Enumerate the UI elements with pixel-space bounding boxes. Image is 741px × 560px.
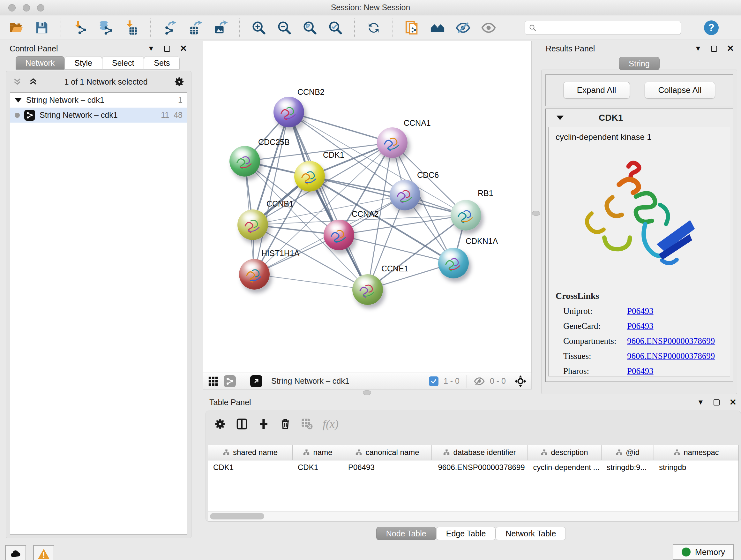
apply-layout-button[interactable]	[365, 19, 382, 37]
tab-node-table[interactable]: Node Table	[376, 527, 436, 540]
network-node-cdc25b[interactable]	[229, 146, 260, 177]
network-node-rb1[interactable]	[451, 200, 481, 231]
open-folder-icon	[9, 20, 23, 35]
uniprot-link[interactable]: P06493	[627, 306, 654, 316]
network-node-cdk1[interactable]	[294, 161, 325, 192]
expand-all-button[interactable]: Expand All	[563, 82, 630, 99]
zoom-selected-button[interactable]	[327, 19, 344, 37]
grid-view-icon[interactable]	[208, 376, 219, 387]
network-node-cdkn1a[interactable]	[438, 248, 469, 278]
pharos-link[interactable]: P06493	[627, 366, 654, 376]
tab-network-table[interactable]: Network Table	[495, 527, 566, 540]
zoom-in-button[interactable]	[250, 19, 267, 37]
column-header[interactable]: name	[293, 445, 343, 460]
help-button[interactable]: ?	[704, 20, 719, 35]
import-network-from-file-button[interactable]	[71, 19, 89, 37]
close-window-button[interactable]	[8, 4, 16, 11]
export-network-button[interactable]	[161, 19, 178, 37]
tab-network[interactable]: Network	[16, 56, 65, 70]
results-panel-close-icon[interactable]: ✕	[727, 44, 734, 53]
tab-edge-table[interactable]: Edge Table	[436, 527, 496, 540]
network-node-ccnb2[interactable]	[273, 97, 304, 127]
expand-all-networks-icon[interactable]	[12, 77, 22, 86]
detach-view-icon[interactable]	[250, 375, 262, 387]
delete-column-trash-icon[interactable]	[279, 418, 291, 430]
selected-checkbox-icon[interactable]	[429, 376, 439, 386]
node-table: shared name name canonical name database…	[208, 445, 739, 521]
column-header[interactable]: description	[528, 445, 602, 460]
network-edge[interactable]	[289, 112, 367, 290]
network-node-ccne1[interactable]	[352, 274, 383, 305]
export-image-button[interactable]	[212, 19, 229, 37]
search-input[interactable]	[540, 23, 677, 32]
table-options-gear-icon[interactable]	[214, 418, 226, 430]
show-columns-icon[interactable]	[236, 418, 248, 430]
tab-select[interactable]: Select	[102, 56, 144, 70]
network-edge[interactable]	[254, 274, 367, 290]
cell-shared-name: CDK1	[208, 460, 293, 475]
hide-network-button[interactable]	[455, 19, 472, 37]
results-panel-menu-icon[interactable]: ▼	[695, 44, 702, 53]
network-node-ccnb1[interactable]	[238, 209, 268, 240]
table-panel-float-icon[interactable]	[714, 399, 720, 406]
memory-button[interactable]: Memory	[673, 544, 734, 560]
collection-expander-icon[interactable]	[15, 98, 22, 103]
show-network-button[interactable]	[480, 19, 497, 37]
export-table-button[interactable]	[186, 19, 204, 37]
network-node-ccna2[interactable]	[324, 220, 354, 250]
search-box[interactable]	[525, 21, 681, 35]
control-panel-float-icon[interactable]	[164, 46, 170, 52]
horizontal-scrollbar[interactable]	[208, 511, 738, 521]
network-node-cdc6[interactable]	[390, 180, 420, 210]
network-edge[interactable]	[289, 112, 392, 143]
table-panel-close-icon[interactable]: ✕	[729, 398, 737, 407]
cloud-button[interactable]	[5, 545, 26, 560]
collapse-all-button[interactable]: Collapse All	[645, 82, 716, 99]
network-options-gear-icon[interactable]	[174, 76, 185, 87]
genecard-link[interactable]: P06493	[627, 321, 654, 331]
refresh-icon	[366, 20, 381, 35]
tab-sets[interactable]: Sets	[144, 56, 180, 70]
network-canvas[interactable]: CCNB2CCNA1CDC25BCDK1CDC6RB1CCNB1CCNA2CDK…	[203, 41, 532, 373]
tab-style[interactable]: Style	[64, 56, 102, 70]
column-header[interactable]: database identifier	[432, 445, 528, 460]
control-panel-menu-icon[interactable]: ▼	[148, 44, 155, 53]
crosslink-label: Compartments:	[563, 336, 627, 346]
gene-expander-icon[interactable]	[556, 116, 563, 120]
import-table-from-file-button[interactable]	[123, 19, 140, 37]
results-panel-float-icon[interactable]	[711, 46, 717, 52]
houses-button[interactable]	[429, 19, 446, 37]
control-panel-close-icon[interactable]: ✕	[180, 44, 187, 53]
column-header[interactable]: @id	[602, 445, 654, 460]
table-panel-menu-icon[interactable]: ▼	[697, 398, 704, 407]
hidden-eye-slash-icon[interactable]	[474, 376, 485, 387]
import-network-from-database-button[interactable]	[97, 19, 114, 37]
scrollbar-thumb[interactable]	[210, 513, 264, 519]
horizontal-splitter-handle[interactable]	[363, 390, 371, 395]
column-header[interactable]: shared name	[208, 445, 293, 460]
birdseye-crosshair-icon[interactable]	[514, 375, 527, 388]
compartments-link[interactable]: 9606.ENSP00000378699	[627, 336, 715, 346]
tab-string[interactable]: String	[619, 57, 659, 70]
vertical-splitter-handle[interactable]	[532, 211, 540, 216]
network-share-icon[interactable]	[224, 375, 236, 387]
create-column-plus-icon[interactable]	[258, 418, 270, 430]
tissues-link[interactable]: 9606.ENSP00000378699	[627, 351, 715, 361]
network-row-selected[interactable]: String Network – cdk1 11 48	[10, 108, 187, 123]
share-document-button[interactable]	[403, 19, 421, 37]
minimize-window-button[interactable]	[23, 4, 30, 11]
save-session-button[interactable]	[33, 19, 51, 37]
zoom-fit-button[interactable]	[301, 19, 319, 37]
collapse-all-networks-icon[interactable]	[28, 77, 38, 86]
network-node-ccna1[interactable]	[377, 127, 408, 158]
network-node-hist1h1a[interactable]	[239, 259, 270, 290]
zoom-out-button[interactable]	[276, 19, 293, 37]
table-row[interactable]: CDK1 CDK1 P06493 9606.ENSP00000378699 cy…	[208, 460, 738, 475]
column-header[interactable]: canonical name	[343, 445, 432, 460]
column-header[interactable]: namespac	[654, 445, 738, 460]
open-session-button[interactable]	[8, 19, 25, 37]
warnings-button[interactable]	[33, 545, 54, 560]
network-collection-row[interactable]: String Network – cdk1 1	[10, 92, 187, 108]
zoom-window-button[interactable]	[37, 4, 44, 11]
database-icon	[98, 20, 113, 35]
